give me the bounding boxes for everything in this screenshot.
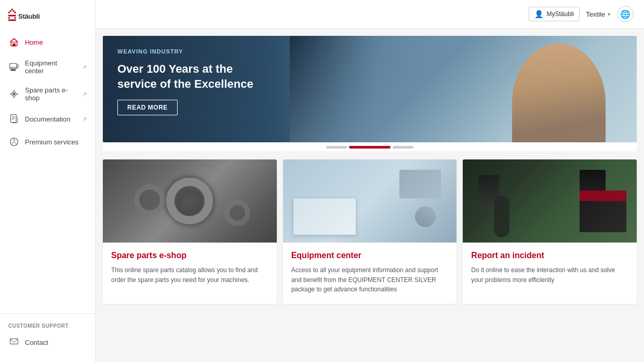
card-incident-title: Report an incident [471, 251, 628, 260]
sidebar-item-home-label: Home [25, 38, 43, 46]
card-spare-parts-text: This online spare parts catalog allows y… [111, 265, 269, 285]
svg-rect-13 [11, 70, 15, 71]
sidebar-item-premium-label: Premium services [25, 138, 78, 146]
doc-icon [8, 113, 20, 125]
hero-tag: WEAVING INDUSTRY [117, 48, 265, 55]
staubli-logo: Stäubli [8, 8, 54, 23]
svg-text:Stäubli: Stäubli [18, 12, 39, 20]
sidebar-item-contact-label: Contact [25, 339, 48, 346]
sidebar: Stäubli Home Equip [0, 0, 96, 362]
sidebar-item-spare-parts[interactable]: Spare parts e-shop ↗ [0, 81, 95, 108]
card-equipment-center: Equipment center Access to all your equi… [283, 159, 457, 304]
card-incident-body: Report an incident Do it online to ease … [463, 243, 637, 294]
card-spare-parts-body: Spare parts e-shop This online spare par… [103, 243, 277, 294]
sidebar-item-documentation[interactable]: Documentation ↗ [0, 108, 95, 130]
external-link-icon-3: ↗ [82, 116, 87, 123]
svg-rect-6 [8, 17, 10, 18]
star-icon [8, 136, 20, 148]
textile-label: Textile [586, 10, 605, 18]
card-spare-parts-image [103, 159, 277, 243]
carousel-dot-3[interactable] [393, 146, 413, 149]
svg-rect-4 [15, 11, 16, 13]
shop-icon [8, 88, 20, 100]
textile-dropdown[interactable]: Textile ▾ [586, 10, 611, 18]
svg-rect-2 [11, 8, 13, 10]
svg-rect-22 [10, 115, 16, 123]
svg-point-17 [13, 93, 15, 95]
external-link-icon-2: ↗ [82, 91, 87, 98]
logo: Stäubli [0, 0, 95, 29]
svg-rect-12 [10, 63, 17, 69]
card-equipment-image [283, 159, 457, 243]
sidebar-item-premium[interactable]: Premium services [0, 130, 95, 153]
card-report-incident: Report an incident Do it online to ease … [463, 159, 637, 304]
sidebar-bottom: CUSTOMER SUPPORT Contact [0, 313, 95, 362]
svg-rect-7 [15, 17, 16, 18]
main-content: 👤 MyStäubli Textile ▾ 🌐 WEAVING INDUSTRY… [96, 0, 644, 362]
contact-icon [8, 337, 20, 348]
sidebar-item-contact[interactable]: Contact [0, 331, 95, 354]
card-equipment-title: Equipment center [291, 251, 449, 260]
globe-button[interactable]: 🌐 [617, 6, 634, 22]
card-incident-image [463, 159, 637, 243]
mystaubli-button[interactable]: 👤 MyStäubli [529, 7, 580, 21]
sidebar-item-equipment-label: Equipment center [25, 59, 77, 75]
sidebar-item-equipment-center[interactable]: Equipment center ↗ [0, 53, 95, 81]
hero-banner: WEAVING INDUSTRY Over 100 Years at the s… [103, 36, 637, 142]
hero-content: WEAVING INDUSTRY Over 100 Years at the s… [103, 36, 279, 128]
carousel-dot-1[interactable] [326, 146, 347, 149]
carousel-dot-2[interactable] [349, 146, 391, 149]
svg-rect-3 [13, 10, 15, 11]
svg-rect-11 [13, 44, 16, 46]
sidebar-item-spare-label: Spare parts e-shop [25, 86, 77, 102]
card-equipment-body: Equipment center Access to all your equi… [283, 243, 457, 304]
topbar: 👤 MyStäubli Textile ▾ 🌐 [96, 0, 644, 29]
card-incident-text: Do it online to ease the interaction wit… [471, 265, 628, 285]
sidebar-item-home[interactable]: Home [0, 31, 95, 53]
customer-support-label: CUSTOMER SUPPORT [0, 319, 95, 331]
svg-point-27 [13, 139, 15, 141]
external-link-icon: ↗ [82, 64, 87, 71]
hero-title: Over 100 Years at the service of the Exc… [117, 62, 265, 91]
mystaubli-label: MyStäubli [546, 10, 574, 18]
svg-rect-0 [8, 11, 10, 13]
svg-rect-1 [10, 10, 11, 11]
chevron-down-icon: ▾ [608, 11, 611, 18]
home-icon [8, 36, 20, 48]
globe-icon: 🌐 [620, 9, 630, 19]
carousel-dots [103, 142, 637, 151]
card-equipment-text: Access to all your equipment information… [291, 265, 449, 294]
card-spare-parts-title: Spare parts e-shop [111, 251, 269, 260]
read-more-button[interactable]: reAd More [117, 100, 178, 115]
sidebar-nav: Home Equipment center ↗ [0, 29, 95, 313]
svg-rect-5 [8, 15, 16, 16]
cards-section: Spare parts e-shop This online spare par… [96, 151, 644, 311]
sidebar-item-doc-label: Documentation [25, 115, 70, 123]
equipment-icon [8, 61, 20, 73]
card-spare-parts: Spare parts e-shop This online spare par… [103, 159, 277, 304]
svg-rect-15 [17, 64, 19, 68]
svg-rect-8 [8, 19, 16, 21]
mystaubli-icon: 👤 [534, 10, 543, 18]
